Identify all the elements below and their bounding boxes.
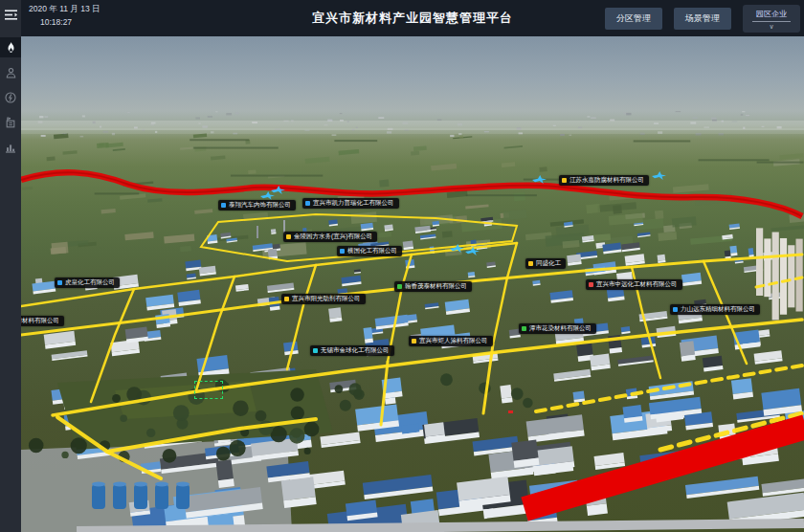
company-label[interactable]: 虎皇化工有限公司 — [55, 277, 120, 288]
company-marker-icon — [221, 203, 226, 208]
company-marker-icon — [340, 249, 345, 254]
company-label[interactable]: 同盛化工 — [525, 258, 566, 269]
bar-chart-tool-button[interactable] — [0, 137, 21, 157]
company-label[interactable]: 力山远东精细材料有限公司 — [670, 304, 760, 315]
dropdown-label: 园区企业 — [752, 8, 791, 22]
top-header: 2020 年 11 月 13 日 10:18:27 宜兴市新材料产业园智慧管理平… — [21, 0, 804, 36]
company-label[interactable]: 金陵园方水务(宜兴)有限公司 — [283, 232, 377, 242]
park-enterprises-dropdown[interactable]: 园区企业 ∨ — [743, 5, 800, 33]
company-label[interactable]: 宜兴市炬人涂料有限公司 — [409, 336, 493, 346]
company-label[interactable]: 潭市花染材料有限公司 — [519, 323, 596, 334]
fire-icon — [6, 41, 16, 54]
company-label[interactable]: 宜兴市中远化工材料有限公司 — [586, 279, 682, 290]
company-label[interactable]: 无锡市金球化工有限公司 — [310, 345, 394, 356]
company-marker-icon — [522, 326, 526, 331]
company-label[interactable]: 泰翔汽车内饰有限公司 — [218, 200, 296, 211]
scene-management-button[interactable]: 场景管理 — [674, 8, 731, 30]
header-actions: 分区管理 场景管理 园区企业 ∨ — [605, 0, 800, 36]
company-marker-icon — [528, 261, 533, 266]
selection-box — [194, 381, 223, 399]
user-tool-button[interactable] — [0, 62, 21, 82]
page-title: 宜兴市新材料产业园智慧管理平台 — [312, 10, 513, 27]
bar-chart-icon — [5, 142, 16, 153]
user-icon — [6, 67, 16, 78]
company-label[interactable]: 横国化工有限公司 — [337, 246, 402, 256]
menu-icon[interactable] — [0, 5, 21, 24]
time-text: 10:18:27 — [40, 17, 100, 28]
company-label[interactable]: 宜兴市凯力普瑞化工有限公司 — [302, 198, 399, 209]
company-label[interactable]: 翰香茂泰材料有限公司 — [394, 281, 472, 292]
fire-tool-button[interactable] — [0, 37, 21, 57]
company-marker-icon — [305, 201, 310, 206]
company-marker-icon — [397, 284, 402, 289]
datetime: 2020 年 11 月 13 日 10:18:27 — [29, 4, 100, 28]
company-marker-icon — [562, 178, 567, 183]
company-marker-icon — [313, 348, 318, 353]
app-window: 2020 年 11 月 13 日 10:18:27 宜兴市新材料产业园智慧管理平… — [0, 0, 804, 532]
company-marker-icon — [284, 297, 289, 301]
building-tool-button[interactable] — [0, 112, 21, 132]
company-label[interactable]: 江苏永嘉防腐材料有限公司 — [559, 175, 649, 186]
energy-tool-button[interactable] — [0, 87, 21, 107]
company-label[interactable]: 宜兴市阳光助剂有限公司 — [281, 294, 366, 304]
company-marker-icon — [673, 307, 678, 312]
company-marker-icon — [412, 339, 416, 344]
company-marker-icon — [286, 234, 291, 239]
energy-icon — [5, 92, 16, 103]
company-marker-icon — [589, 282, 593, 287]
chevron-down-icon: ∨ — [769, 23, 773, 31]
left-toolbar — [0, 0, 21, 532]
date-text: 2020 年 11 月 13 日 — [29, 4, 100, 14]
building-icon — [5, 117, 16, 128]
zone-management-button[interactable]: 分区管理 — [605, 8, 662, 30]
company-marker-icon — [57, 280, 62, 285]
